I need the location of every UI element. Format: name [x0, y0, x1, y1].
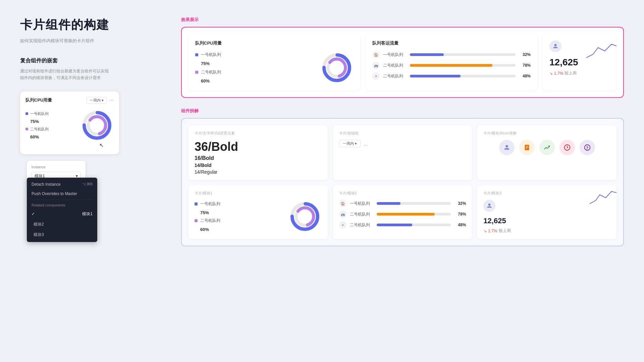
- stat-icon: [549, 40, 561, 52]
- module3-number: 12,625: [483, 217, 610, 225]
- icon-swap-card: 卡片/模块3/icon替换: [477, 125, 616, 180]
- module1-donut: [288, 200, 322, 233]
- traffic-row-3: ✈ 二号机队列 48%: [372, 72, 531, 80]
- btn-card-label: 卡片/按钮组: [339, 131, 466, 136]
- module2-label: 卡片/模块2: [339, 191, 466, 196]
- decompose-grid: 卡片/文字样式&背景元素 36/Bold 16/Bold 14/Bold 14/…: [181, 118, 624, 246]
- icon-bubble-4[interactable]: [559, 140, 575, 155]
- mini-dropdown[interactable]: 一周内 ▾: [87, 97, 107, 104]
- effect-cpu-card: 队列CPU用量 一号机队列 75% 二号机队列 60%: [189, 34, 360, 90]
- effect-showcase: 队列CPU用量 一号机队列 75% 二号机队列 60%: [181, 27, 624, 98]
- module3-card: 卡片/模块3 12,625 ↘ 1.7% 较上周: [477, 185, 616, 239]
- mini-more-button[interactable]: ···: [109, 97, 114, 103]
- left-panel: 卡片组件的构建 如何实现组件内模块可替换的卡片组件 复合组件的嵌套 通过对现有组…: [20, 17, 161, 246]
- mini-card-title: 队列CPU用量: [25, 97, 52, 103]
- traffic-row-2: 🚌 二号机队列 78%: [372, 62, 531, 69]
- cpu-legend-list: 一号机队列 75% 二号机队列 60%: [195, 52, 315, 83]
- effect-showcase-label: 效果展示: [181, 17, 624, 23]
- svg-point-9: [505, 145, 508, 147]
- module2-row-2: 🚌 二号机队列 78%: [339, 210, 466, 218]
- m2-icon-2: 🚌: [339, 210, 346, 218]
- traffic-icon-3: ✈: [372, 72, 380, 80]
- icon-card-label: 卡片/模块3/icon替换: [483, 131, 610, 136]
- more-dots-button[interactable]: ...: [364, 141, 368, 146]
- cpu-donut-chart: [320, 51, 354, 84]
- section-heading: 复合组件的嵌套: [20, 57, 161, 64]
- effect-cpu-card-title: 队列CPU用量: [195, 40, 354, 46]
- effect-traffic-card: 队列客运流量 🏠 一号机队列 32% 🚌 二号机队列: [366, 34, 537, 90]
- traffic-bar-wrap-1: [410, 53, 516, 56]
- module2-row-1: 🏠 一号机队列 32%: [339, 200, 466, 207]
- module2-row-3: ✈ 二号机队列 48%: [339, 221, 466, 229]
- traffic-bar-wrap-3: [410, 75, 516, 77]
- traffic-icon-1: 🏠: [372, 51, 380, 58]
- instance-label: Instance: [32, 165, 81, 169]
- cpu-legend-square-1: [195, 53, 198, 56]
- module1-label: 卡片/模块1: [195, 191, 322, 196]
- legend-dot-blue: [25, 112, 28, 115]
- effect-traffic-card-title: 队列客运流量: [372, 40, 531, 46]
- module3-change: ↘ 1.7% 较上周: [483, 228, 610, 234]
- icon-bubble-2[interactable]: [519, 140, 535, 155]
- module1-option[interactable]: 模块1: [27, 209, 97, 219]
- legend-dot-purple: [25, 128, 28, 130]
- module2-option[interactable]: 模块2: [27, 219, 97, 230]
- icon-row: ?: [483, 140, 610, 155]
- text-style-16bold: 16/Bold: [195, 155, 322, 161]
- context-menu-divider: [32, 200, 93, 200]
- icon-bubble-1[interactable]: [499, 140, 515, 155]
- stat-change: ↘ 1.7% 较上周: [549, 70, 610, 76]
- module1-legend: 一号机队列 75% 二号机队列 60%: [195, 201, 283, 232]
- traffic-icon-2: 🚌: [372, 62, 380, 69]
- traffic-bar-1: [410, 53, 444, 56]
- traffic-bar-2: [410, 64, 492, 67]
- svg-line-16: [567, 147, 568, 148]
- mini-donut-chart: [80, 109, 114, 142]
- cpu-legend-square-2: [195, 71, 198, 74]
- stat-curve-chart: [586, 41, 616, 61]
- m2-icon-3: ✈: [339, 221, 346, 229]
- module2-card: 卡片/模块2 🏠 一号机队列 32% 🚌 二号机队列: [333, 185, 472, 239]
- instance-panel-wrapper: Instance 模块1 ▾ Detach Instance ⌥⌘B Push …: [27, 161, 161, 185]
- text-style-14bold: 14/Bold: [195, 163, 322, 168]
- btn-group-header: 一周内 ▾ ...: [339, 140, 466, 147]
- traffic-row-1: 🏠 一号机队列 32%: [372, 51, 531, 58]
- mini-card-controls: 一周内 ▾ ···: [87, 97, 114, 104]
- traffic-rows: 🏠 一号机队列 32% 🚌 二号机队列 78%: [372, 51, 531, 80]
- effect-stat-card: 12,625 ↘ 1.7% 较上周: [543, 34, 616, 90]
- decompose-section: 组件拆解 卡片/文字样式&背景元素 36/Bold 16/Bold 14/Bol…: [181, 108, 624, 246]
- mini-card-preview: 队列CPU用量 一周内 ▾ ··· 一号机队列 75%: [20, 92, 119, 154]
- decompose-label: 组件拆解: [181, 108, 624, 114]
- module3-stat-icon: [483, 200, 495, 212]
- text-card-label: 卡片/文字样式&背景元素: [195, 131, 322, 136]
- related-components-label: Related components: [27, 201, 97, 209]
- detach-instance-item[interactable]: Detach Instance ⌥⌘B: [27, 180, 97, 189]
- week-button[interactable]: 一周内 ▾: [339, 140, 361, 147]
- text-styles-card: 卡片/文字样式&背景元素 36/Bold 16/Bold 14/Bold 14/…: [189, 125, 328, 180]
- btn-group-card: 卡片/按钮组 一周内 ▾ ...: [333, 125, 472, 180]
- svg-text:?: ?: [586, 146, 588, 150]
- context-menu: Detach Instance ⌥⌘B Push Overrides to Ma…: [27, 178, 97, 242]
- push-overrides-item[interactable]: Push Overrides to Master: [27, 189, 97, 198]
- cursor-indicator: ↖: [99, 142, 104, 148]
- m2-icon-1: 🏠: [339, 200, 346, 207]
- traffic-bar-wrap-2: [410, 64, 516, 67]
- icon-bubble-5[interactable]: ?: [580, 140, 595, 155]
- text-style-36bold: 36/Bold: [195, 140, 322, 154]
- module3-option[interactable]: 模块3: [27, 230, 97, 240]
- module1-card: 卡片/模块1 一号机队列 75% 二号机队列: [189, 185, 328, 239]
- page-title: 卡片组件的构建: [20, 17, 161, 33]
- traffic-bar-3: [410, 75, 461, 77]
- svg-point-23: [488, 203, 491, 206]
- svg-point-8: [554, 44, 557, 46]
- page-subtitle: 如何实现组件内模块可替换的卡片组件: [20, 38, 161, 44]
- section-desc: 通过对现有组件进行组合新建为复合组件可以实现组件内的模块替换，可满足不同业务设计…: [20, 68, 161, 81]
- icon-bubble-3[interactable]: [539, 140, 555, 155]
- module3-curve: [590, 189, 616, 207]
- mini-legend: 一号机队列 75% 二号机队列 60%: [25, 111, 77, 139]
- right-panel: 效果展示 队列CPU用量 一号机队列 75% 二号机队列: [181, 17, 624, 246]
- text-style-14regular: 14/Regular: [195, 169, 322, 175]
- module2-traffic-rows: 🏠 一号机队列 32% 🚌 二号机队列: [339, 200, 466, 229]
